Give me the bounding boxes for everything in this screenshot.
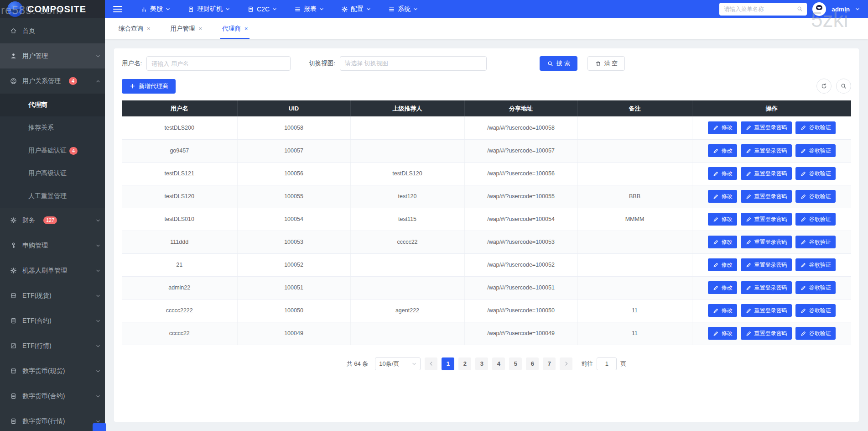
refresh-button[interactable]: [816, 79, 832, 94]
nav-item-2[interactable]: 理财矿机: [187, 5, 230, 13]
hamburger-menu-icon[interactable]: [113, 6, 122, 12]
google-verify-button[interactable]: 谷歌验证: [795, 258, 836, 271]
clear-button[interactable]: 清 空: [587, 56, 625, 71]
pen-icon: [800, 147, 807, 154]
page-button-7[interactable]: 7: [543, 357, 556, 370]
table-row: testDLS010100054test115/wap/#/?usercode=…: [122, 208, 851, 231]
sidebar-item-9[interactable]: ETF(行情): [0, 333, 105, 358]
sidebar-item-7[interactable]: ETF(现货): [0, 283, 105, 308]
top-nav: 美股理财矿机C2C报表配置系统: [140, 5, 418, 13]
reset-password-button[interactable]: 重置登录密码: [741, 327, 792, 340]
sidebar-item-3[interactable]: 用户关系管理4: [0, 68, 105, 94]
user-name[interactable]: admin: [832, 6, 850, 13]
search-toggle-button[interactable]: [836, 79, 851, 94]
prev-page-button[interactable]: [425, 357, 437, 370]
tab-close-icon[interactable]: ×: [147, 25, 151, 32]
search-button[interactable]: 搜 索: [540, 56, 577, 71]
google-verify-button[interactable]: 谷歌验证: [795, 304, 836, 317]
tab-close-icon[interactable]: ×: [244, 25, 248, 32]
note-cell: BBB: [577, 185, 692, 208]
pen-icon: [712, 147, 719, 154]
reset-password-button[interactable]: 重置登录密码: [741, 190, 792, 203]
edit-button[interactable]: 修改: [708, 327, 737, 340]
page-button-3[interactable]: 3: [475, 357, 488, 370]
page-button-1[interactable]: 1: [442, 357, 454, 370]
sidebar-item-12[interactable]: 数字货币(行情): [0, 409, 105, 431]
reset-password-button[interactable]: 重置登录密码: [741, 213, 792, 226]
sidebar-item-2[interactable]: 用户管理: [0, 43, 105, 68]
edit-button[interactable]: 修改: [708, 190, 737, 203]
search-icon[interactable]: [796, 5, 803, 12]
sidebar-subitem-5[interactable]: 人工重置管理: [0, 185, 105, 208]
sidebar-item-10[interactable]: 数字货币(现货): [0, 358, 105, 384]
sidebar-subitem-1[interactable]: 代理商: [0, 94, 105, 116]
google-verify-button[interactable]: 谷歌验证: [795, 236, 836, 248]
pen-icon: [745, 284, 752, 291]
edit-button[interactable]: 修改: [708, 258, 737, 271]
sidebar-subitem-label: 用户高级认证: [28, 169, 67, 178]
reset-password-button[interactable]: 重置登录密码: [741, 304, 792, 317]
chevron-down-icon[interactable]: [855, 7, 860, 11]
edit-button[interactable]: 修改: [708, 304, 737, 317]
sidebar-item-8[interactable]: ETF(合约): [0, 308, 105, 333]
referrer-cell: ccccc22: [350, 231, 464, 253]
google-verify-button[interactable]: 谷歌验证: [795, 121, 836, 134]
sidebar-item-label: 首页: [22, 27, 35, 35]
google-verify-button[interactable]: 谷歌验证: [795, 190, 836, 203]
nav-item-6[interactable]: 系统: [388, 5, 418, 13]
nav-item-1[interactable]: 美股: [140, 5, 170, 13]
tab-1[interactable]: 综合查询×: [119, 18, 151, 39]
sidebar-item-1[interactable]: 首页: [0, 18, 105, 43]
sidebar-subitem-3[interactable]: 用户基础认证4: [0, 139, 105, 162]
uid-cell: 100054: [237, 208, 350, 231]
pagination: 共 64 条10条/页1234567前往页: [122, 357, 851, 370]
nav-item-3[interactable]: C2C: [247, 5, 277, 13]
username-input[interactable]: [146, 56, 291, 71]
reset-password-button[interactable]: 重置登录密码: [741, 144, 792, 157]
filter-row: 用户名: 切换视图: 请选择 切换视图 搜 索 清 空: [122, 56, 851, 71]
page-button-5[interactable]: 5: [509, 357, 522, 370]
chevron-left-icon: [429, 361, 434, 366]
goto-page-input[interactable]: [597, 357, 617, 370]
page-button-4[interactable]: 4: [492, 357, 505, 370]
tab-2[interactable]: 用户管理×: [171, 18, 203, 39]
avatar[interactable]: [812, 2, 826, 16]
edit-button[interactable]: 修改: [708, 144, 737, 157]
sidebar-item-5[interactable]: 申购管理: [0, 233, 105, 258]
page-button-2[interactable]: 2: [458, 357, 471, 370]
google-verify-button[interactable]: 谷歌验证: [795, 144, 836, 157]
page-button-6[interactable]: 6: [526, 357, 539, 370]
sidebar-item-4[interactable]: 财务127: [0, 208, 105, 233]
edit-button[interactable]: 修改: [708, 236, 737, 248]
reset-password-button[interactable]: 重置登录密码: [741, 236, 792, 248]
sidebar-item-6[interactable]: 机器人刷单管理: [0, 258, 105, 283]
edit-button[interactable]: 修改: [708, 281, 737, 294]
column-header: 上级推荐人: [350, 100, 464, 116]
google-verify-button[interactable]: 谷歌验证: [795, 281, 836, 294]
reset-password-button[interactable]: 重置登录密码: [741, 281, 792, 294]
edit-button[interactable]: 修改: [708, 167, 737, 180]
reset-password-button[interactable]: 重置登录密码: [741, 258, 792, 271]
sidebar-subitem-4[interactable]: 用户高级认证: [0, 162, 105, 185]
nav-item-5[interactable]: 配置: [341, 5, 371, 13]
tab-close-icon[interactable]: ×: [199, 25, 203, 32]
sidebar-item-11[interactable]: 数字货币(合约): [0, 384, 105, 409]
page-size-select[interactable]: 10条/页: [375, 357, 421, 370]
tab-3[interactable]: 代理商×: [222, 18, 248, 39]
add-agent-button[interactable]: 新增代理商: [122, 79, 176, 94]
next-page-button[interactable]: [560, 357, 572, 370]
goto-suffix: 页: [620, 360, 626, 368]
google-verify-button[interactable]: 谷歌验证: [795, 327, 836, 340]
referrer-cell: [350, 139, 464, 162]
menu-search-input[interactable]: [719, 3, 807, 16]
nav-item-4[interactable]: 报表: [294, 5, 324, 13]
edit-button[interactable]: 修改: [708, 121, 737, 134]
sidebar-subitem-2[interactable]: 推荐关系: [0, 116, 105, 139]
edit-button[interactable]: 修改: [708, 213, 737, 226]
google-verify-button[interactable]: 谷歌验证: [795, 213, 836, 226]
switch-view-select[interactable]: 请选择 切换视图: [340, 56, 487, 71]
sidebar-subitem-label: 推荐关系: [28, 124, 54, 132]
reset-password-button[interactable]: 重置登录密码: [741, 121, 792, 134]
google-verify-button[interactable]: 谷歌验证: [795, 167, 836, 180]
reset-password-button[interactable]: 重置登录密码: [741, 167, 792, 180]
